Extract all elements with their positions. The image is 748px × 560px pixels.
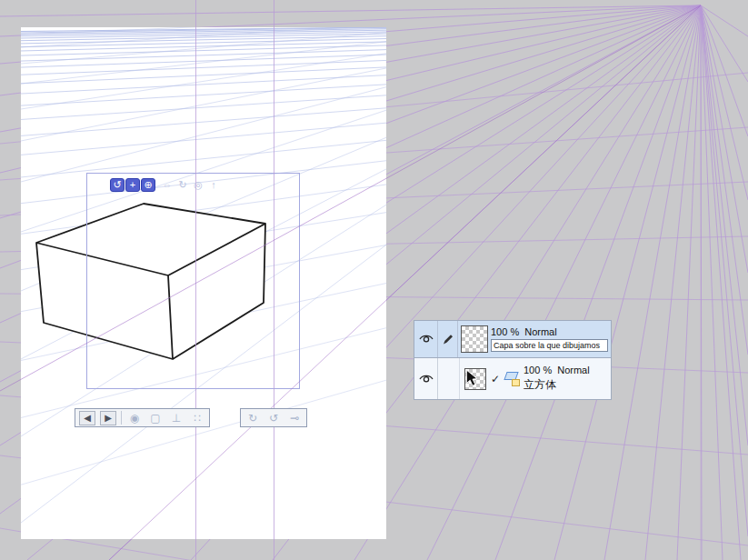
pen-icon bbox=[442, 333, 454, 345]
object-move-icon[interactable]: ⇔ bbox=[160, 178, 175, 192]
perspective-ruler-icon[interactable] bbox=[502, 371, 522, 386]
layer-info: 100 % Normal Capa sobre la que dibujamos bbox=[491, 326, 611, 352]
layer-name: 立方体 bbox=[524, 377, 608, 393]
layer-info: 100 % Normal 立方体 bbox=[524, 365, 611, 393]
camera-zoom-icon[interactable]: ⊕ bbox=[141, 178, 155, 192]
layer-blend-mode: Normal bbox=[524, 326, 556, 337]
object-cursor-icon bbox=[464, 369, 481, 387]
layer-row-cube[interactable]: ✓ 100 % Normal 立方体 bbox=[414, 358, 612, 400]
visibility-toggle[interactable] bbox=[414, 321, 438, 357]
ruler-page bbox=[512, 379, 520, 386]
layer-row-drawing[interactable]: 100 % Normal Capa sobre la que dibujamos bbox=[414, 320, 612, 358]
app-window: ↺ + ⊕ ⇔ ↻ ◎ ↑ ◀ ▶ ◉ ▢ ⊥ ∷ ↻ ↺ ⊸ bbox=[0, 0, 748, 560]
layer-blend-mode: Normal bbox=[557, 365, 589, 375]
object-manipulation-toolbar: ↺ + ⊕ ⇔ ↻ ◎ ↑ bbox=[110, 178, 222, 192]
visibility-toggle[interactable] bbox=[414, 358, 438, 399]
layers-panel: 100 % Normal Capa sobre la que dibujamos bbox=[414, 320, 612, 400]
object-scale-icon[interactable]: ◎ bbox=[191, 178, 205, 192]
tool-column-spacer bbox=[438, 358, 460, 399]
object-lift-icon[interactable]: ↑ bbox=[206, 178, 221, 192]
layer-opacity: 100 % bbox=[491, 326, 519, 337]
ground-level-icon[interactable]: ⊥ bbox=[168, 411, 185, 425]
spin-reset-icon[interactable]: ∷ bbox=[189, 411, 205, 425]
selection-bounds[interactable] bbox=[86, 173, 300, 389]
camera-rotate-icon[interactable]: ↺ bbox=[110, 178, 125, 192]
layer-name-field[interactable]: Capa sobre la que dibujamos bbox=[491, 339, 608, 352]
layer-opacity: 100 % bbox=[524, 365, 552, 375]
layer-mode-line: 100 % Normal bbox=[524, 365, 608, 375]
camera-orbit-icon[interactable]: ◉ bbox=[126, 411, 143, 425]
fit-view-icon[interactable]: ▢ bbox=[147, 411, 164, 425]
drawing-canvas[interactable] bbox=[21, 27, 386, 539]
rotate-model-icon[interactable]: ↻ bbox=[244, 411, 261, 425]
eye-icon bbox=[419, 334, 434, 345]
snap-check-icon[interactable]: ✓ bbox=[489, 373, 502, 385]
layer-thumbnail[interactable] bbox=[461, 325, 488, 353]
camera-move-icon[interactable]: + bbox=[125, 178, 140, 192]
toolbar-separator bbox=[121, 411, 122, 425]
pin-light-icon[interactable]: ⊸ bbox=[286, 411, 303, 425]
layer-thumbnail[interactable] bbox=[462, 365, 489, 393]
model-rotate-toolbar: ↻ ↺ ⊸ bbox=[240, 408, 307, 427]
roll-model-icon[interactable]: ↺ bbox=[265, 411, 282, 425]
next-button[interactable]: ▶ bbox=[100, 411, 116, 425]
model-nav-toolbar: ◀ ▶ ◉ ▢ ⊥ ∷ bbox=[75, 408, 210, 427]
prev-button[interactable]: ◀ bbox=[79, 411, 95, 425]
object-rotate-icon[interactable]: ↻ bbox=[175, 178, 190, 192]
active-layer-indicator bbox=[438, 321, 458, 357]
eye-icon bbox=[419, 374, 434, 385]
layer-mode-line: 100 % Normal bbox=[491, 326, 608, 337]
